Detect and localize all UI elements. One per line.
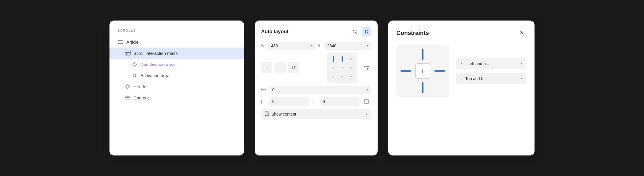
tree-item-label: Deactivation area (141, 62, 175, 67)
spacing-chevron[interactable]: ▾ (366, 88, 368, 92)
align-bot-left[interactable] (333, 76, 334, 77)
align-top-left[interactable] (333, 56, 334, 62)
constraint-right-line (434, 70, 445, 72)
align-mid-right[interactable] (350, 67, 352, 69)
svg-rect-1 (118, 42, 123, 42)
constraint-bottom-line (422, 82, 424, 93)
horizontal-constraint-dropdown[interactable]: ↔ Left and ri... ▾ (456, 58, 526, 69)
lines-icon (118, 39, 124, 45)
direction-row: ↓ → ↺ (261, 53, 371, 83)
svg-point-16 (365, 66, 366, 67)
vertical-constraint-label: Top and b... (465, 76, 518, 81)
width-input-group[interactable]: ▾ (268, 42, 315, 50)
spacing-input[interactable] (272, 87, 365, 92)
header-icons (350, 27, 371, 36)
constraints-title: Constraints (396, 30, 429, 36)
constraint-left-line (400, 70, 411, 72)
show-content-label: Show content (271, 112, 296, 116)
align-mid-center[interactable] (341, 67, 343, 69)
horizontal-constraint-icon: ↔ (460, 61, 465, 66)
left-panel: SCROLLS Article Scroll interaction mask (109, 21, 244, 155)
resize-icon-btn[interactable] (362, 97, 371, 106)
spacing-input-group[interactable]: ▾ (269, 86, 371, 94)
layout-icon-btn[interactable] (362, 27, 371, 36)
constraint-dropdowns: ↔ Left and ri... ▾ ↕ Top and b... ▾ (456, 58, 526, 84)
show-content-icon (265, 111, 269, 117)
tree-item-label: Content (133, 95, 149, 100)
scroll-mask-icon (125, 50, 131, 56)
align-bot-right[interactable] (350, 76, 352, 77)
svg-rect-10 (125, 96, 130, 97)
tree-item-label: Article (126, 40, 139, 45)
horizontal-constraint-label: Left and ri... (467, 61, 518, 66)
svg-rect-14 (367, 30, 368, 31)
tree-item-activation[interactable]: Activation area (109, 70, 244, 81)
svg-rect-12 (125, 99, 130, 99)
dimensions-row: W ▾ H ▾ (261, 42, 371, 50)
tree-item-article[interactable]: Article (109, 36, 244, 48)
padding-row: |◦ ◦| (261, 97, 371, 106)
svg-rect-27 (364, 99, 369, 104)
align-mid-left[interactable] (333, 67, 334, 69)
vertical-constraint-chevron: ▾ (520, 77, 522, 80)
width-input[interactable] (271, 43, 309, 48)
right-panel: Constraints ✕ + ↔ Left and ri... ▾ (388, 21, 535, 155)
constraint-center-box: + (415, 63, 430, 79)
svg-point-19 (367, 68, 368, 70)
center-panel: Auto layout W ▾ H ▾ (255, 21, 378, 155)
constraint-plus-icon: + (421, 67, 425, 75)
section-label: SCROLLS (109, 29, 244, 36)
width-label: W (261, 44, 266, 48)
spacing-row: ▾ (261, 86, 371, 94)
tree-item-label: Activation area (141, 73, 169, 78)
panel-title: Auto layout (261, 29, 289, 35)
padding-right-icon: ◦| (311, 99, 317, 104)
constraint-visual: + (396, 45, 449, 97)
tree-item-label: Header (133, 84, 148, 89)
svg-rect-15 (367, 32, 368, 33)
show-content-chevron: ▾ (366, 112, 368, 116)
panel-header: Auto layout (261, 27, 371, 36)
svg-rect-13 (365, 30, 366, 33)
align-bot-center[interactable] (341, 76, 343, 77)
svg-rect-2 (118, 43, 123, 44)
tree-item-scroll-mask[interactable]: Scroll interaction mask (109, 48, 244, 59)
tree-item-header[interactable]: Header (109, 81, 244, 92)
diamond-icon (132, 61, 138, 67)
dir-down-btn[interactable]: ↓ (261, 62, 272, 73)
align-top-right[interactable] (350, 58, 352, 60)
close-button[interactable]: ✕ (517, 28, 526, 38)
height-label: H (317, 44, 322, 48)
vertical-constraint-icon: ↕ (460, 76, 463, 81)
svg-rect-0 (118, 40, 123, 41)
tree-item-content[interactable]: Content (109, 92, 244, 103)
constraints-body: + ↔ Left and ri... ▾ ↕ Top and b... ▾ (396, 45, 526, 97)
svg-rect-29 (266, 112, 268, 115)
constraints-header: Constraints ✕ (396, 28, 526, 38)
tuning-btn[interactable] (362, 63, 371, 72)
tree-item-deactivation[interactable]: Deactivation area (109, 59, 244, 70)
show-content-dropdown[interactable]: Show content ▾ (261, 109, 371, 119)
height-input[interactable] (327, 43, 365, 48)
align-grid (327, 53, 357, 83)
width-chevron-icon[interactable]: ▾ (310, 44, 312, 48)
dir-right-btn[interactable]: → (275, 62, 286, 73)
height-input-group[interactable]: ▾ (324, 42, 371, 50)
horizontal-constraint-chevron: ▾ (520, 62, 522, 65)
height-chevron-icon[interactable]: ▾ (366, 44, 368, 48)
align-top-center[interactable] (342, 56, 343, 62)
constraint-top-line (422, 49, 424, 60)
collapse-icon-btn[interactable] (350, 27, 359, 36)
dir-wrap-btn[interactable]: ↺ (288, 62, 299, 73)
diamond-icon (125, 84, 131, 89)
svg-rect-3 (125, 51, 130, 55)
padding-left-input[interactable] (272, 99, 306, 104)
padding-right-input-group[interactable] (320, 97, 359, 106)
vertical-constraint-dropdown[interactable]: ↕ Top and b... ▾ (456, 73, 526, 84)
spacing-icon (261, 87, 267, 93)
hash-icon (132, 72, 138, 78)
tree-item-label: Scroll interaction mask (133, 51, 178, 56)
padding-left-icon: |◦ (261, 99, 267, 104)
padding-left-input-group[interactable] (269, 97, 309, 106)
padding-right-input[interactable] (323, 99, 357, 104)
